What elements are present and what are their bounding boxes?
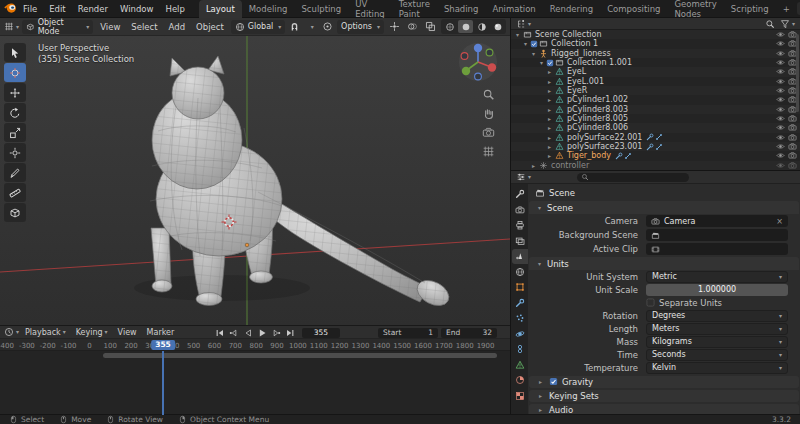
properties-search-input[interactable] [577,173,689,182]
jump-to-start-button[interactable] [213,327,226,338]
hide-toggle[interactable] [776,114,785,123]
toggle-perspective-button[interactable] [482,145,495,158]
rotate-tool[interactable] [4,103,26,122]
expand-toggle-icon[interactable]: ▸ [529,162,538,169]
navigation-gizmo[interactable] [456,40,500,84]
outliner-row[interactable]: ▸Tiger_body [511,151,800,160]
outliner-row[interactable]: ▾Scene Collection [511,30,800,39]
dropdown-temperature[interactable]: Kelvin▾ [646,362,788,374]
camera-view-button[interactable] [482,126,495,139]
expand-toggle-icon[interactable]: ▸ [545,143,554,150]
render-visibility-toggle[interactable] [788,114,797,123]
transform-tool[interactable] [4,143,26,162]
expand-toggle-icon[interactable]: ▸ [545,68,554,75]
dropdown-time[interactable]: Seconds▾ [646,349,788,361]
section-header-units[interactable]: ▾Units [529,257,799,270]
timeline-menu-view[interactable]: View [114,328,141,337]
section-header-audio[interactable]: ▸Audio [529,404,799,415]
workspace-tab-sculpting[interactable]: Sculpting [294,0,348,18]
gizmo-x-axis[interactable] [488,63,496,71]
hide-toggle[interactable] [776,30,785,39]
shading-wireframe-button[interactable] [442,20,457,33]
id-field-background-scene[interactable] [646,229,788,241]
render-visibility-toggle[interactable] [788,151,797,160]
timeline-ruler[interactable]: 355 -400-300-200-10001002003004005006007… [0,339,510,351]
menu-help[interactable]: Help [159,0,190,18]
frame-start-field[interactable]: Start1 [378,328,438,338]
expand-icon[interactable]: ▸ [536,406,545,413]
jump-to-end-button[interactable] [283,327,296,338]
expand-toggle-icon[interactable]: ▸ [545,124,554,131]
timeline-menu-keying[interactable]: Keying▾ [72,328,112,337]
workspace-tab-texture-paint[interactable]: Texture Paint [392,0,437,18]
expand-icon[interactable]: ▸ [536,378,545,385]
mode-dropdown[interactable]: Object Mode▾ [22,20,93,34]
current-frame-indicator[interactable]: 355 [151,340,175,350]
id-field-camera[interactable]: Camera× [646,215,788,227]
properties-tab-particles[interactable] [512,311,528,326]
properties-tab-object[interactable] [512,280,528,295]
properties-editor-type-button[interactable]: ▾ [516,170,531,184]
previous-keyframe-button[interactable] [227,327,240,338]
outliner-row[interactable]: ▸controller [511,161,800,170]
hide-toggle[interactable] [776,67,785,76]
dropdown-rotation[interactable]: Degrees▾ [646,310,788,322]
measure-tool[interactable] [4,183,26,202]
expand-toggle-icon[interactable]: ▾ [529,50,538,57]
cursor-tool[interactable] [4,63,26,82]
play-reverse-button[interactable] [241,327,254,338]
properties-tab-texture[interactable] [512,389,528,404]
workspace-tab-rendering[interactable]: Rendering [543,0,600,18]
number-field-unit-scale[interactable]: 1.000000 [646,284,788,296]
section-header-keying-sets[interactable]: ▸Keying Sets [529,390,799,403]
gizmo-neg-x-axis[interactable] [461,53,468,60]
add-workspace-button[interactable]: + [776,0,797,18]
hide-toggle[interactable] [776,39,785,48]
workspace-tab-layout[interactable]: Layout [199,0,242,18]
show-overlays-button[interactable] [405,20,420,34]
properties-tab-modifiers[interactable] [512,296,528,311]
proportional-editing-toggle[interactable] [321,20,334,34]
hide-toggle[interactable] [776,77,785,86]
move-tool[interactable] [4,83,26,102]
expand-toggle-icon[interactable]: ▸ [545,115,554,122]
workspace-tab-geometry-nodes[interactable]: Geometry Nodes [667,0,723,18]
toggle-xray-button[interactable] [423,20,438,34]
gizmo-y-axis[interactable] [462,67,470,75]
viewport-canvas[interactable] [0,36,510,325]
hide-toggle[interactable] [776,151,785,160]
viewport-3d[interactable]: User Perspective (355) Scene Collection [0,36,510,325]
add-cube-tool[interactable] [4,203,26,222]
snap-toggle[interactable] [288,20,301,34]
menu-file[interactable]: File [17,0,43,18]
collection-checkbox[interactable] [530,40,538,48]
outliner-row[interactable]: ▾Collection 1 [511,39,800,48]
next-keyframe-button[interactable] [269,327,282,338]
scale-tool[interactable] [4,123,26,142]
workspace-tab-uv-editing[interactable]: UV Editing [348,0,392,18]
outliner-row[interactable]: ▾Rigged_lioness [511,49,800,58]
outliner-row[interactable]: ▸pCylinder8.005 [511,114,800,123]
properties-tab-render[interactable] [512,203,528,218]
hide-toggle[interactable] [776,49,785,58]
dropdown-length[interactable]: Meters▾ [646,323,788,335]
gizmo-neg-y-axis[interactable] [486,49,493,56]
current-frame-field[interactable]: 355 [302,328,340,338]
render-visibility-toggle[interactable] [788,133,797,142]
hide-toggle[interactable] [776,133,785,142]
hide-toggle[interactable] [776,95,785,104]
gizmo-z-axis[interactable] [474,44,482,52]
timeline-canvas[interactable] [0,351,510,415]
properties-tab-world[interactable] [512,265,528,280]
timeline-editor-type-button[interactable]: ▾ [4,325,19,339]
section-header-gravity[interactable]: ▸Gravity [529,376,799,389]
id-field-active-clip[interactable] [646,243,788,255]
menu-render[interactable]: Render [72,0,114,18]
outliner-row[interactable]: ▸pCylinder8.003 [511,105,800,114]
play-button[interactable] [255,327,268,338]
hide-toggle[interactable] [776,105,785,114]
menu-window[interactable]: Window [114,0,160,18]
viewport-menu-add[interactable]: Add [165,22,189,32]
shading-rendered-button[interactable] [490,20,505,33]
outliner-search-button[interactable] [762,17,777,31]
